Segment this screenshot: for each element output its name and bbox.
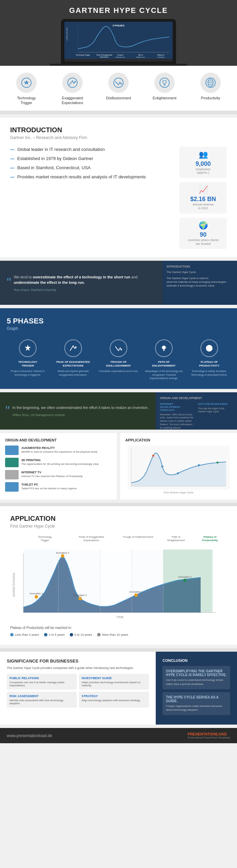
intro-subtitle: Gartner Inc. – Research and Advisory Fir… xyxy=(10,135,227,140)
sig-card-3: RISK ASSESSMENT Identify risks associate… xyxy=(7,692,77,708)
quote-mark-1: " xyxy=(7,277,11,289)
app-phase-label-3: Trough of Disillusionment xyxy=(117,535,159,542)
svg-point-49 xyxy=(61,554,64,558)
phases-title: 5 PHASES xyxy=(7,317,230,326)
countries-label: countries where clientsare located xyxy=(183,238,223,246)
legend-item-2: 2 to 5 years xyxy=(44,633,65,636)
quote-mark-2: " xyxy=(5,405,10,417)
legend-item-1: Less than 2 years xyxy=(10,633,39,636)
sig-card-title-2: INVESTMENT GUIDE xyxy=(82,676,146,680)
app-legend-label: Plateau of Productivity will be reached … xyxy=(10,626,227,630)
footer-tagline: Professional PowerPoint Templates xyxy=(188,736,230,739)
two-col-origin-application: ORIGIN AND DEVELOPMENT AUGMENTED REALITY… xyxy=(0,433,237,499)
quote-right-title-1: INTRODUCTION xyxy=(167,265,233,268)
origin-category-ar: AUGMENTED REALITY xyxy=(21,446,98,450)
sig-card-4: STRATEGY Align technology adoption with … xyxy=(79,692,149,708)
svg-text:Innovation 3: Innovation 3 xyxy=(73,594,87,597)
origin-category-tv: INTERNET TV xyxy=(21,471,83,474)
bullet-text-4: Provides market research results and ana… xyxy=(17,174,146,179)
origin-thumb-3d xyxy=(5,458,19,467)
quote-right-line-2: show the maturity of many emerging techn… xyxy=(167,280,233,284)
significance-title: SIGNIFICANCE FOR BUSINESSES xyxy=(7,658,149,664)
conclusion-box1-title: OVERSIMPLIFYING THE GARTNER HYPE CYCLE I… xyxy=(166,669,227,677)
phase-item-1: TECHNOLOGYTRIGGER Project is launched. I… xyxy=(7,339,49,380)
phase-name-3: TROUGH OFDISILLUSIONMENT xyxy=(98,360,139,368)
employees-number: 9,000 xyxy=(183,160,223,167)
intro-title: INTRODUCTION xyxy=(10,126,227,134)
origin-thumb-tv xyxy=(5,470,19,479)
svg-text:Peak of Exaggerated: Peak of Exaggerated xyxy=(96,54,112,56)
footer-url[interactable]: www.presentationload.de xyxy=(7,733,52,738)
quote-right-line-3: estimate a technology's economic value. xyxy=(167,284,233,288)
legend-dot-1 xyxy=(10,633,14,636)
svg-text:Technology Trigger: Technology Trigger xyxy=(76,54,90,56)
page-title: GARTNER HYPE CYCLE xyxy=(3,6,234,15)
application-section: APPLICATION First Gartner Hype Cycle Tec… xyxy=(0,506,237,645)
intro-bullet-2: — Established in 1979 by Gideon Gartner xyxy=(10,156,173,161)
icon-productivity: Productivity xyxy=(190,73,231,105)
svg-point-47 xyxy=(35,595,38,598)
svg-point-34 xyxy=(161,466,164,468)
phase-name-5: PLATEAU OFPRODUCTIVITY xyxy=(188,360,230,368)
footer-brand: PRESENTATIONLOAD Professional PowerPoint… xyxy=(188,732,230,739)
conclusion-panel: CONCLUSION OVERSIMPLIFYING THE GARTNER H… xyxy=(156,652,237,725)
phase-circle-4 xyxy=(155,339,173,357)
productivity-label: Productivity xyxy=(201,96,220,100)
legend-dot-3 xyxy=(70,633,73,636)
phases-section: 5 PHASES Graph TECHNOLOGYTRIGGER Project… xyxy=(0,308,237,389)
svg-point-51 xyxy=(78,597,82,600)
phase-circle-3 xyxy=(110,339,127,357)
origin-category-3d: 3D PRINTING xyxy=(21,458,100,462)
quote-left-1: " We tend to overestimate the effect of … xyxy=(0,261,163,305)
svg-point-16 xyxy=(114,78,123,87)
phase-item-2: PEAK OF EXAGGERATEDEXPECTATIONS Media an… xyxy=(52,339,94,380)
svg-point-35 xyxy=(177,472,179,474)
employees-icon: 👥 xyxy=(183,150,223,159)
svg-text:Plateau of: Plateau of xyxy=(157,54,165,56)
phase-item-5: PLATEAU OFPRODUCTIVITY Technology is wid… xyxy=(188,339,230,380)
origin-desc-3d: The opportunities for 3D printing are be… xyxy=(21,462,100,466)
origin-text-3d: 3D PRINTING The opportunities for 3D pri… xyxy=(21,458,100,466)
revenue-number: $2.16 BN xyxy=(183,196,223,203)
sig-card-2: INVESTMENT GUIDE Helps prioritize techno… xyxy=(79,674,149,690)
countries-number: 90 xyxy=(183,231,223,238)
phases-grid: TECHNOLOGYTRIGGER Project is launched. I… xyxy=(7,339,230,380)
legend-label-3: 5 to 10 years xyxy=(74,633,92,636)
app-small-title: APPLICATION xyxy=(125,438,232,442)
svg-text:Trough of: Trough of xyxy=(117,54,124,56)
technology-trigger-circle xyxy=(16,73,37,93)
svg-text:Innovation 5: Innovation 5 xyxy=(178,576,191,579)
significance-section: SIGNIFICANCE FOR BUSINESSES The Gartner … xyxy=(0,652,237,725)
svg-text:Path of: Path of xyxy=(138,54,143,56)
phase-name-2: PEAK OF EXAGGERATEDEXPECTATIONS xyxy=(52,360,94,368)
intro-bullets: — Global leader in IT research and consu… xyxy=(10,147,173,249)
phase-desc-1: Project is launched. Interest in technol… xyxy=(7,370,49,377)
origin-small-panel: ORIGIN AND DEVELOPMENT AUGMENTED REALITY… xyxy=(0,433,117,499)
quote-right-subtitle-1: The Gartner Hype Cycle xyxy=(167,270,233,274)
intro-bullet-4: — Provides market research results and a… xyxy=(10,174,173,179)
icons-row: TechnologyTrigger ExaggeratedExpectation… xyxy=(0,66,237,111)
significance-text: The Gartner Hype Cycle provides companie… xyxy=(7,666,149,670)
origin-item-ar: AUGMENTED REALITY AR/MR is used to enhan… xyxy=(5,446,112,455)
employees-label: employees(approx.) xyxy=(183,167,223,175)
revenue-icon: 📈 xyxy=(183,185,223,194)
origin-text-tv: INTERNET TV Internet TV has reached the … xyxy=(21,471,83,478)
svg-text:EXPECTATIONS: EXPECTATIONS xyxy=(12,573,16,596)
exaggerated-expectations-label: ExaggeratedExpectations xyxy=(62,96,83,105)
bullet-text-1: Global leader in IT research and consult… xyxy=(17,147,105,152)
origin-thumb-ar xyxy=(5,446,19,455)
svg-text:5 PHASES: 5 PHASES xyxy=(113,24,125,27)
sig-card-1: PUBLIC RELATIONS Companies can use it to… xyxy=(7,674,77,690)
conclusion-box2-text: It helps organizations make informed dec… xyxy=(166,704,227,712)
phases-subtitle: Graph xyxy=(7,326,230,331)
app-phase-label-5: Plateau ofProductivity xyxy=(193,535,227,542)
countries-icon: 🌍 xyxy=(183,221,223,230)
origin-thumb-tablet xyxy=(5,482,19,492)
icon-technology-trigger: TechnologyTrigger xyxy=(6,73,47,105)
svg-point-15 xyxy=(68,78,77,87)
phase-name-1: TECHNOLOGYTRIGGER xyxy=(7,360,49,368)
sig-card-text-2: Helps prioritize technology investments … xyxy=(82,681,146,687)
origin-desc-tablet: Tablet PCs are on the decline in many re… xyxy=(21,487,77,490)
technology-trigger-label: TechnologyTrigger xyxy=(17,96,36,105)
sig-card-text-3: Identify risks associated with new techn… xyxy=(9,699,74,705)
